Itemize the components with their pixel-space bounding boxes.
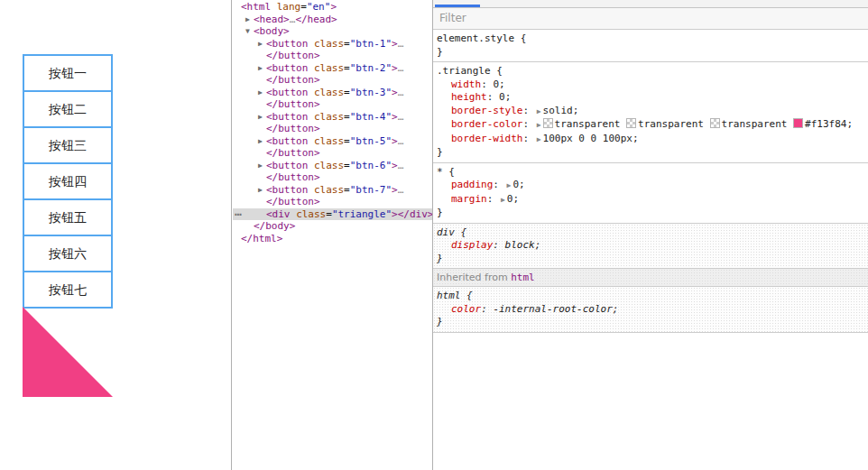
expand-shorthand-icon[interactable]: ▶ [535, 135, 543, 143]
expand-arrow-right-icon[interactable]: ▶ [245, 14, 254, 26]
tree-row[interactable]: </button> [233, 123, 432, 135]
rule-selector[interactable]: * [437, 166, 443, 178]
style-rule--triangle: .triangle {width: 0;height: 0;border-sty… [433, 62, 868, 163]
inherited-node-link[interactable]: html [511, 272, 535, 283]
expand-shorthand-icon[interactable]: ▶ [535, 121, 543, 129]
tree-row[interactable]: </button> [233, 196, 432, 208]
expand-arrow-right-icon[interactable]: ▶ [258, 135, 266, 148]
page-button-btn-2[interactable]: 按钮二 [23, 90, 113, 128]
style-rule--: * {padding: ▶0;margin: ▶0;} [433, 163, 868, 224]
expand-arrow-right-icon[interactable]: ▶ [258, 184, 266, 197]
expand-arrow-down-icon[interactable]: ▼ [245, 25, 254, 38]
tree-row[interactable]: </html> [233, 233, 432, 245]
styles-filter-bar[interactable]: Filter [433, 8, 868, 30]
tree-row[interactable]: ▶<button class="btn-4">… [233, 111, 432, 124]
css-property[interactable]: color: -internal-root-color; [437, 303, 866, 317]
page-button-btn-6[interactable]: 按钮六 [23, 235, 113, 272]
expand-arrow-right-icon[interactable]: ▶ [258, 62, 266, 75]
page-button-btn-1[interactable]: 按钮一 [23, 54, 113, 92]
tree-row[interactable]: <html lang="en"> [233, 1, 432, 14]
tree-row[interactable]: ▶<button class="btn-1">… [233, 38, 432, 51]
page-button-btn-3[interactable]: 按钮三 [23, 126, 113, 164]
tree-row[interactable]: ▶<button class="btn-6">… [233, 160, 432, 172]
tree-row-selected[interactable]: …<div class="triangle"></div> [233, 208, 432, 221]
rule-selector[interactable]: .triangle [437, 65, 491, 77]
expand-arrow-right-icon[interactable]: ▶ [258, 87, 266, 99]
css-property[interactable]: border-color: ▶transparent transparent t… [437, 118, 866, 133]
button-column: 按钮一按钮二按钮三按钮四按钮五按钮六按钮七 [23, 54, 113, 309]
tree-row[interactable]: </button> [233, 98, 432, 111]
css-property[interactable]: border-style: ▶solid; [437, 105, 866, 119]
page-button-btn-7[interactable]: 按钮七 [23, 271, 113, 309]
css-property[interactable]: border-width: ▶100px 0 0 100px; [437, 133, 866, 147]
style-rule-element-style: element.style {} [433, 30, 868, 62]
color-swatch[interactable] [626, 118, 636, 128]
active-tab-indicator [435, 5, 480, 7]
css-property[interactable]: margin: ▶0; [437, 193, 866, 207]
color-swatch[interactable] [543, 118, 553, 128]
color-swatch[interactable] [793, 118, 803, 128]
triangle-shape [23, 307, 113, 397]
inherited-from-bar: Inherited from html [433, 269, 868, 287]
css-property[interactable]: padding: ▶0; [437, 179, 866, 193]
expand-shorthand-icon[interactable]: ▶ [535, 107, 543, 115]
tree-row[interactable]: ▶<button class="btn-7">… [233, 184, 432, 197]
expand-shorthand-icon[interactable]: ▶ [499, 196, 507, 204]
tree-row[interactable]: ▶<head>…</head> [233, 14, 432, 26]
styles-panel: Filter element.style {}.triangle {width:… [432, 0, 868, 470]
expand-arrow-right-icon[interactable]: ▶ [258, 160, 266, 172]
tree-row[interactable]: </button> [233, 50, 432, 62]
page-viewport: 按钮一按钮二按钮三按钮四按钮五按钮六按钮七 [0, 0, 232, 470]
rule-selector[interactable]: element.style [437, 32, 514, 44]
tree-row[interactable]: </button> [233, 171, 432, 184]
dom-tree: <html lang="en">▶<head>…</head>▼<body>▶<… [233, 1, 432, 244]
more-actions-icon[interactable]: … [235, 206, 241, 218]
tree-row[interactable]: ▼<body> [233, 25, 432, 38]
tree-row[interactable]: ▶<button class="btn-2">… [233, 62, 432, 75]
css-property[interactable]: height: 0; [437, 91, 866, 105]
style-rule-div: div {display: block;} [433, 224, 868, 270]
elements-panel: <html lang="en">▶<head>…</head>▼<body>▶<… [233, 0, 432, 470]
css-property[interactable]: width: 0; [437, 78, 866, 92]
style-rule-html: html {color: -internal-root-color;} [433, 287, 868, 333]
devtools-tab-strip[interactable] [433, 0, 868, 8]
tree-row[interactable]: ▶<button class="btn-3">… [233, 87, 432, 99]
rule-selector[interactable]: html [437, 290, 461, 301]
color-swatch[interactable] [710, 118, 720, 128]
tree-row[interactable]: </button> [233, 74, 432, 87]
expand-arrow-right-icon[interactable]: ▶ [258, 111, 266, 124]
page-button-btn-4[interactable]: 按钮四 [23, 162, 113, 200]
tree-row[interactable]: </button> [233, 147, 432, 160]
tree-row[interactable]: </body> [233, 220, 432, 233]
tree-row[interactable]: ▶<button class="btn-5">… [233, 135, 432, 148]
rule-selector[interactable]: div [437, 226, 455, 238]
styles-sections: element.style {}.triangle {width: 0;heig… [433, 30, 868, 333]
css-property[interactable]: display: block; [437, 239, 866, 253]
filter-placeholder: Filter [433, 12, 466, 24]
expand-arrow-right-icon[interactable]: ▶ [258, 38, 266, 51]
page-button-btn-5[interactable]: 按钮五 [23, 198, 113, 236]
